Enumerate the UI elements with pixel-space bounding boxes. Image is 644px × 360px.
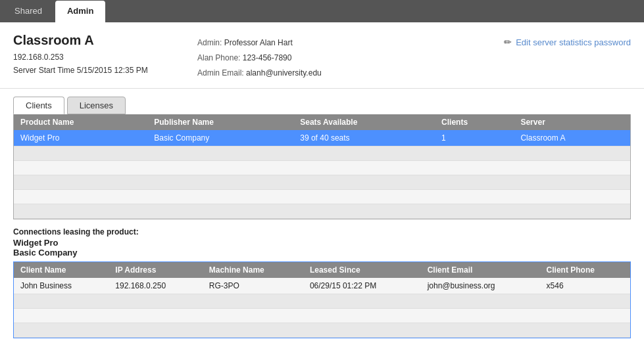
empty-row — [14, 323, 630, 338]
clients-table-header: Client Name IP Address Machine Name Leas… — [14, 262, 630, 278]
phone-label: Alan Phone: — [197, 53, 240, 62]
phone-value: 123-456-7890 — [243, 53, 292, 62]
empty-row — [14, 175, 630, 190]
empty-row — [14, 309, 630, 323]
connections-label: Connections leasing the product: — [13, 227, 631, 236]
tab-licenses[interactable]: Licenses — [67, 97, 126, 114]
cell-ip: 192.168.0.250 — [109, 278, 202, 294]
empty-row — [14, 146, 630, 161]
tab-admin[interactable]: Admin — [55, 1, 105, 22]
col-ip-address: IP Address — [109, 262, 202, 278]
email-value: alanh@university.edu — [246, 68, 322, 78]
server-phone-row: Alan Phone: 123-456-7890 — [197, 51, 631, 66]
tab-clients[interactable]: Clients — [13, 97, 64, 114]
col-client-name: Client Name — [14, 262, 109, 278]
cell-seats: 39 of 40 seats — [293, 130, 435, 146]
col-server: Server — [514, 114, 630, 130]
edit-password-link[interactable]: Edit server statistics password — [516, 37, 631, 47]
cell-clients: 1 — [435, 130, 514, 146]
server-email-row: Admin Email: alanh@university.edu — [197, 66, 631, 81]
server-info-section: Classroom A 192.168.0.253 Server Start T… — [0, 22, 644, 89]
clients-table-container: Client Name IP Address Machine Name Leas… — [13, 261, 631, 338]
cell-client-email: john@business.org — [421, 278, 540, 294]
col-publisher-name: Publisher Name — [147, 114, 293, 130]
server-title: Classroom A — [13, 33, 197, 48]
email-label: Admin Email: — [197, 68, 244, 78]
server-title-block: Classroom A 192.168.0.253 Server Start T… — [13, 33, 197, 78]
edit-password-button[interactable]: ✏ Edit server statistics password — [504, 37, 631, 47]
cell-product: Widget Pro — [14, 130, 147, 146]
col-client-email: Client Email — [421, 262, 540, 278]
empty-row — [14, 294, 630, 309]
empty-row — [14, 204, 630, 219]
tab-shared[interactable]: Shared — [3, 1, 54, 22]
licenses-table-container: Product Name Publisher Name Seats Availa… — [13, 114, 631, 219]
admin-name: Professor Alan Hart — [224, 38, 293, 47]
col-product-name: Product Name — [14, 114, 147, 130]
connections-section: Connections leasing the product: Widget … — [0, 219, 644, 258]
col-client-phone: Client Phone — [540, 262, 630, 278]
top-bar: Shared Admin — [0, 0, 644, 22]
col-clients: Clients — [435, 114, 514, 130]
server-start-time-value: 5/15/2015 12:35 PM — [77, 66, 148, 75]
empty-row — [14, 190, 630, 204]
connections-product-name: Widget Pro — [13, 238, 631, 248]
cell-leased-since: 06/29/15 01:22 PM — [303, 278, 421, 294]
cell-client-name: John Business — [14, 278, 109, 294]
empty-row — [14, 161, 630, 175]
table-row[interactable]: Widget Pro Basic Company 39 of 40 seats … — [14, 130, 630, 146]
clients-table: Client Name IP Address Machine Name Leas… — [14, 262, 630, 338]
admin-label: Admin: — [197, 38, 222, 47]
col-machine-name: Machine Name — [203, 262, 303, 278]
licenses-table: Product Name Publisher Name Seats Availa… — [14, 114, 630, 219]
connections-publisher-name: Basic Company — [13, 248, 631, 258]
cell-server: Classroom A — [514, 130, 630, 146]
col-leased-since: Leased Since — [303, 262, 421, 278]
server-start-time-label: Server Start Time — [13, 66, 74, 75]
server-start-time: Server Start Time 5/15/2015 12:35 PM — [13, 64, 197, 77]
pencil-icon: ✏ — [504, 37, 512, 47]
cell-client-phone: x546 — [540, 278, 630, 294]
server-ip: 192.168.0.253 — [13, 51, 197, 64]
inner-tabs-row: Clients Licenses — [0, 89, 644, 114]
cell-publisher: Basic Company — [147, 130, 293, 146]
col-seats-available: Seats Available — [293, 114, 435, 130]
cell-machine: RG-3PO — [203, 278, 303, 294]
licenses-table-header: Product Name Publisher Name Seats Availa… — [14, 114, 630, 130]
table-row[interactable]: John Business 192.168.0.250 RG-3PO 06/29… — [14, 278, 630, 294]
